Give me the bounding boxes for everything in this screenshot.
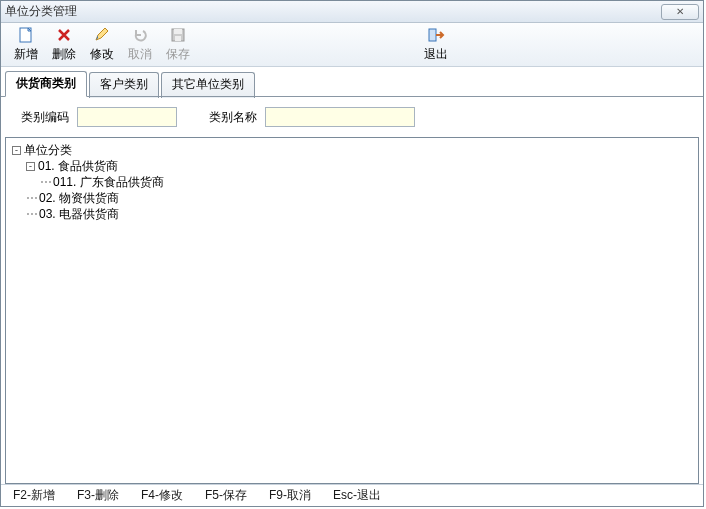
svg-rect-2 — [174, 29, 182, 34]
titlebar: 单位分类管理 ✕ — [1, 1, 703, 23]
tree-node-label: 011. 广东食品供货商 — [53, 174, 164, 190]
name-input[interactable] — [265, 107, 415, 127]
hint-f2: F2-新增 — [13, 487, 55, 504]
toolbar: 新增 删除 修改 取消 保存 — [1, 23, 703, 67]
cancel-button[interactable]: 取消 — [121, 23, 159, 66]
tab-supplier-category[interactable]: 供货商类别 — [5, 71, 87, 97]
svg-rect-3 — [175, 36, 181, 41]
delete-icon — [55, 26, 73, 44]
code-input[interactable] — [77, 107, 177, 127]
edit-button[interactable]: 修改 — [83, 23, 121, 66]
tree-leaf[interactable]: ⋯ 02. 物资供货商 — [26, 190, 692, 206]
svg-rect-4 — [429, 29, 436, 41]
collapse-icon[interactable]: - — [26, 162, 35, 171]
hint-f3: F3-删除 — [77, 487, 119, 504]
window-title: 单位分类管理 — [5, 3, 661, 20]
close-icon: ✕ — [676, 6, 684, 17]
hint-esc: Esc-退出 — [333, 487, 381, 504]
undo-icon — [131, 26, 149, 44]
collapse-icon[interactable]: - — [12, 146, 21, 155]
tree-leaf[interactable]: ⋯ 03. 电器供货商 — [26, 206, 692, 222]
tab-customer-category[interactable]: 客户类别 — [89, 72, 159, 98]
tree-root[interactable]: - 单位分类 — [12, 142, 692, 158]
tree-node-label: 01. 食品供货商 — [38, 158, 118, 174]
edit-icon — [93, 26, 111, 44]
delete-label: 删除 — [52, 46, 76, 63]
hint-f4: F4-修改 — [141, 487, 183, 504]
window: 单位分类管理 ✕ 新增 删除 修改 取消 — [0, 0, 704, 507]
save-icon — [169, 26, 187, 44]
code-label: 类别编码 — [21, 109, 69, 126]
delete-button[interactable]: 删除 — [45, 23, 83, 66]
tree-node-label: 02. 物资供货商 — [39, 190, 119, 206]
cancel-label: 取消 — [128, 46, 152, 63]
hint-f9: F9-取消 — [269, 487, 311, 504]
tree-connector-icon: ⋯ — [26, 190, 37, 206]
new-icon — [17, 26, 35, 44]
close-button[interactable]: ✕ — [661, 4, 699, 20]
new-label: 新增 — [14, 46, 38, 63]
tab-label: 供货商类别 — [16, 76, 76, 90]
tree-node-label: 03. 电器供货商 — [39, 206, 119, 222]
tree-leaf[interactable]: ⋯ 011. 广东食品供货商 — [40, 174, 692, 190]
filter-row: 类别编码 类别名称 — [1, 97, 703, 137]
save-label: 保存 — [166, 46, 190, 63]
statusbar: F2-新增 F3-删除 F4-修改 F5-保存 F9-取消 Esc-退出 — [1, 484, 703, 506]
name-label: 类别名称 — [209, 109, 257, 126]
tree-node-label: 单位分类 — [24, 142, 72, 158]
tree-connector-icon: ⋯ — [40, 174, 51, 190]
tab-label: 客户类别 — [100, 77, 148, 91]
exit-icon — [427, 26, 445, 44]
tabstrip: 供货商类别 客户类别 其它单位类别 — [1, 67, 703, 97]
hint-f5: F5-保存 — [205, 487, 247, 504]
tab-other-category[interactable]: 其它单位类别 — [161, 72, 255, 98]
tree-node[interactable]: - 01. 食品供货商 — [26, 158, 692, 174]
tree-connector-icon: ⋯ — [26, 206, 37, 222]
exit-label: 退出 — [424, 46, 448, 63]
tree: - 单位分类 - 01. 食品供货商 ⋯ — [12, 142, 692, 222]
edit-label: 修改 — [90, 46, 114, 63]
tree-panel[interactable]: - 单位分类 - 01. 食品供货商 ⋯ — [5, 137, 699, 484]
save-button[interactable]: 保存 — [159, 23, 197, 66]
exit-button[interactable]: 退出 — [417, 23, 455, 66]
new-button[interactable]: 新增 — [7, 23, 45, 66]
tab-label: 其它单位类别 — [172, 77, 244, 91]
